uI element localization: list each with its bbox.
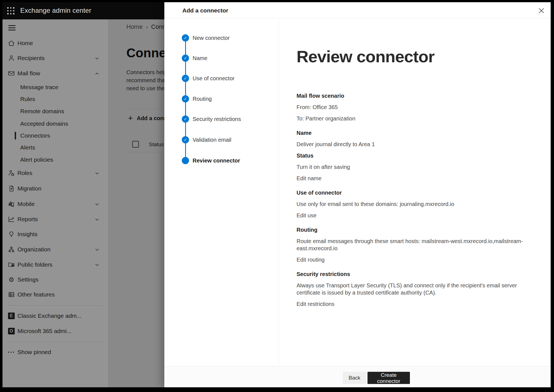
steps-panel-divider: [279, 18, 279, 366]
app-launcher-icon[interactable]: [7, 7, 15, 15]
step-label: Routing: [193, 95, 212, 102]
wizard-step-review-connector[interactable]: Review connector: [164, 157, 275, 164]
add-connector-dialog: Add a connector ✓New connector✓Name✓Use …: [164, 2, 551, 387]
review-text: From: Office 365: [297, 104, 535, 111]
step-label: New connector: [193, 34, 229, 42]
review-section-heading: Security restrictions: [297, 270, 535, 278]
dialog-title: Add a connector: [182, 7, 228, 14]
review-section-heading: Use of connector: [297, 189, 535, 196]
step-completed-check-icon: ✓: [182, 34, 189, 42]
step-label: Name: [193, 55, 207, 62]
step-label: Review connector: [193, 157, 240, 164]
wizard-step-security-restrictions[interactable]: ✓Security restrictions: [164, 115, 275, 123]
wizard-step-name[interactable]: ✓Name: [164, 55, 275, 62]
step-current-dot-icon: [182, 157, 189, 164]
wizard-step-new-connector[interactable]: ✓New connector: [164, 34, 275, 42]
review-text: Turn it on after saving: [297, 163, 535, 171]
step-completed-check-icon: ✓: [182, 75, 189, 82]
review-text: To: Partner organization: [297, 115, 535, 122]
review-section-heading: Routing: [297, 226, 535, 233]
review-text: Deliver journal directly to Area 1: [297, 141, 535, 148]
review-text: Use only for email sent to these domains…: [297, 200, 535, 208]
review-section-heading: Name: [297, 129, 535, 136]
screen: Exchange admin center HomeRecipientsMail…: [2, 2, 551, 387]
close-icon[interactable]: [536, 5, 547, 16]
back-button[interactable]: Back: [343, 372, 366, 384]
step-completed-check-icon: ✓: [182, 115, 189, 123]
review-text: Always use Transport Layer Security (TLS…: [297, 282, 535, 296]
review-summary: Mail flow scenarioFrom: Office 365To: Pa…: [297, 92, 535, 312]
wizard-step-routing[interactable]: ✓Routing: [164, 95, 275, 102]
review-section-heading: Status: [297, 152, 535, 159]
edit-use-link[interactable]: Edit use: [297, 212, 535, 219]
step-completed-check-icon: ✓: [182, 136, 189, 143]
edit-name-link[interactable]: Edit name: [297, 175, 535, 182]
step-completed-check-icon: ✓: [182, 95, 189, 102]
dialog-footer: Back Create connector: [164, 366, 551, 387]
wizard-step-use-of-connector[interactable]: ✓Use of connector: [164, 75, 275, 82]
dialog-header-divider: [164, 18, 551, 18]
edit-routing-link[interactable]: Edit routing: [297, 256, 535, 263]
step-label: Security restrictions: [193, 115, 241, 123]
step-label: Validation email: [193, 136, 231, 143]
review-heading: Review connector: [297, 48, 435, 66]
step-completed-check-icon: ✓: [182, 55, 189, 62]
step-label: Use of connector: [193, 75, 234, 82]
app-title: Exchange admin center: [20, 7, 91, 14]
wizard-step-validation-email[interactable]: ✓Validation email: [164, 136, 275, 143]
review-text: Route email messages through these smart…: [297, 238, 535, 252]
edit-restrictions-link[interactable]: Edit restrictions: [297, 300, 535, 308]
create-connector-button[interactable]: Create connector: [367, 372, 410, 384]
review-section-heading: Mail flow scenario: [297, 92, 535, 99]
